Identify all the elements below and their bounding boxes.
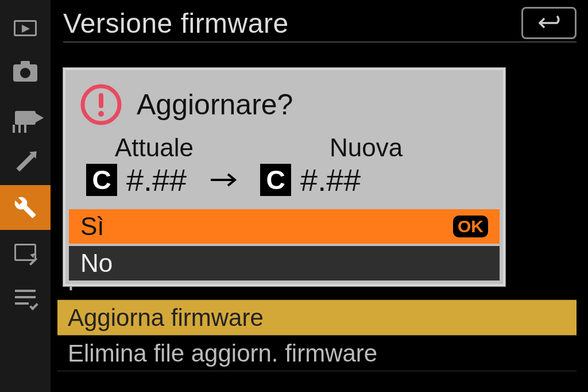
svg-point-2 bbox=[98, 111, 104, 117]
option-yes-label: Sì bbox=[80, 212, 105, 241]
sidebar-item-playback[interactable] bbox=[0, 6, 51, 51]
dialog-header: Aggiornare? bbox=[65, 70, 503, 131]
page-title: Versione firmware bbox=[63, 7, 289, 39]
video-icon bbox=[15, 111, 36, 125]
back-arrow-icon bbox=[536, 15, 562, 31]
option-no-label: No bbox=[80, 249, 113, 278]
new-label: Nuova bbox=[258, 133, 489, 162]
pencil-icon bbox=[16, 153, 34, 171]
option-yes[interactable]: Sì OK bbox=[69, 209, 500, 244]
bg-row-delete-firmware[interactable]: Elimina file aggiorn. firmware bbox=[57, 336, 577, 371]
arrow-right-icon bbox=[206, 173, 241, 187]
ok-badge: OK bbox=[453, 216, 488, 237]
retouch-icon bbox=[14, 244, 36, 261]
header: Versione firmware bbox=[63, 5, 577, 43]
bg-row-update-firmware[interactable]: Aggiorna firmware bbox=[57, 300, 577, 336]
camera-icon bbox=[13, 64, 37, 82]
playback-icon bbox=[14, 20, 37, 36]
dialog-options: Sì OK No bbox=[69, 209, 500, 280]
svg-rect-1 bbox=[99, 93, 103, 108]
sidebar-item-video[interactable] bbox=[0, 95, 51, 140]
new-badge: C bbox=[260, 164, 291, 196]
sidebar-item-setup[interactable] bbox=[0, 185, 51, 230]
wrench-icon bbox=[14, 196, 37, 219]
new-version: #.## bbox=[300, 162, 361, 198]
sidebar-item-photo[interactable] bbox=[0, 51, 51, 95]
sidebar-item-retouch[interactable] bbox=[0, 230, 51, 275]
dialog-title: Aggiornare? bbox=[137, 88, 293, 121]
dialog-body: Attuale Nuova C #.## C #.## bbox=[65, 131, 503, 206]
update-dialog: Aggiornare? Attuale Nuova C #.## C #.## … bbox=[63, 68, 505, 286]
current-label: Attuale bbox=[86, 133, 258, 162]
warning-icon bbox=[79, 83, 123, 126]
back-button[interactable] bbox=[521, 7, 577, 39]
sidebar-item-mymenu[interactable] bbox=[0, 275, 51, 320]
current-version: #.## bbox=[126, 162, 187, 198]
sidebar bbox=[0, 0, 51, 392]
sidebar-item-custom[interactable] bbox=[0, 140, 51, 185]
option-no[interactable]: No bbox=[69, 246, 500, 280]
current-badge: C bbox=[86, 164, 117, 196]
mymenu-icon bbox=[15, 290, 36, 305]
